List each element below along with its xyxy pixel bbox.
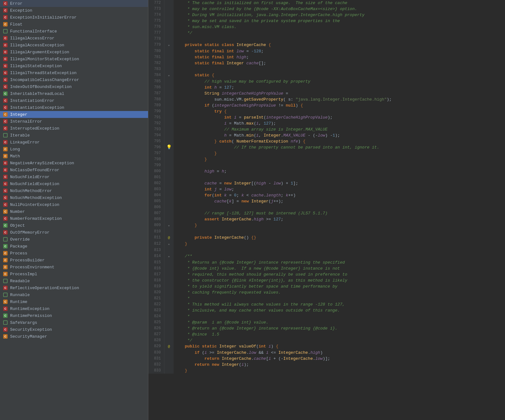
sidebar-item-nullpointerexception[interactable]: C NullPointerException	[0, 201, 148, 208]
sidebar-item-process[interactable]: C Process	[0, 250, 148, 257]
sidebar-item-runtime[interactable]: C Runtime	[0, 298, 148, 305]
code-line: 824 *	[148, 313, 505, 319]
sidebar-item-iterable[interactable]: Iterable	[0, 132, 148, 139]
sidebar-item-numberformatexception[interactable]: C NumberFormatException	[0, 215, 148, 222]
sidebar-item-outofmemoryerror[interactable]: C OutOfMemoryError	[0, 229, 148, 236]
sidebar-item-instantiationexception[interactable]: C InstantiationException	[0, 104, 148, 111]
code-line: 827 * @since 1.5	[148, 331, 505, 337]
line-number: 827	[148, 331, 164, 337]
code-content	[174, 36, 505, 42]
class-icon: C	[3, 105, 8, 110]
sidebar-item-nosuchmethoderror[interactable]: C NoSuchMethodError	[0, 187, 148, 194]
sidebar-item-long[interactable]: C Long	[0, 146, 148, 153]
item-icon: C	[3, 202, 8, 207]
gutter	[164, 210, 174, 216]
gutter	[164, 90, 174, 96]
sidebar-item-indexoutofboundsexception[interactable]: C IndexOutOfBoundsException	[0, 83, 148, 90]
item-icon: C	[3, 327, 8, 332]
sidebar-item-runtimepermission[interactable]: C RuntimePermission	[0, 312, 148, 319]
fold-marker[interactable]: ◆	[168, 44, 170, 47]
line-number: 778	[148, 36, 164, 42]
sidebar-item-safevarargs[interactable]: SafeVarargs	[0, 319, 148, 326]
sidebar-item-number[interactable]: C Number	[0, 208, 148, 215]
item-label: Runtime	[10, 300, 27, 304]
line-number: 812	[148, 241, 164, 247]
sidebar-item-functionalinterface[interactable]: FunctionalInterface	[0, 28, 148, 35]
item-icon: C	[3, 313, 8, 318]
sidebar-item-illegalargumentexception[interactable]: C IllegalArgumentException	[0, 49, 148, 55]
gutter	[164, 126, 174, 132]
lightbulb-icon[interactable]: 💡	[166, 145, 172, 150]
sidebar-item-inheritablethreadlocal[interactable]: C InheritableThreadLocal	[0, 90, 148, 97]
gutter	[164, 102, 174, 108]
sidebar-item-math[interactable]: C Math	[0, 153, 148, 160]
item-label: SecurityException	[10, 327, 52, 332]
sidebar-item-securityexception[interactable]: C SecurityException	[0, 326, 148, 333]
code-content: * the constructor {@link #Integer(int)},…	[174, 277, 505, 283]
sidebar-item-exception[interactable]: C Exception	[0, 7, 148, 14]
sidebar-item-illegalmonitorstateexception[interactable]: C IllegalMonitorStateException	[0, 55, 148, 62]
sidebar-item-reflectiveoperationexception[interactable]: C ReflectiveOperationException	[0, 284, 148, 291]
sidebar-item-processimpl[interactable]: C ProcessImpl	[0, 271, 148, 277]
sidebar-item-nosuchfieldexception[interactable]: C NoSuchFieldException	[0, 180, 148, 187]
code-line: 832 return new Integer(i);	[148, 362, 505, 368]
sidebar-item-exceptionininitializererror[interactable]: C ExceptionInInitializerError	[0, 14, 148, 21]
item-icon	[3, 132, 8, 138]
sidebar-item-runnable[interactable]: Runnable	[0, 291, 148, 298]
sidebar[interactable]: C Error C Exception C ExceptionInInitial…	[0, 0, 148, 420]
sidebar-item-readable[interactable]: Readable	[0, 277, 148, 284]
code-line: 823 * inclusive, and may cache other val…	[148, 307, 505, 313]
item-label: IllegalThreadStateException	[10, 71, 77, 75]
sidebar-item-illegalaccessexception[interactable]: C IllegalAccessException	[0, 42, 148, 49]
item-icon: C	[3, 139, 8, 145]
class-icon: C	[3, 71, 8, 75]
item-label: NoSuchMethodError	[10, 189, 52, 193]
fold-marker[interactable]: ◆	[168, 224, 170, 227]
gutter	[164, 30, 174, 36]
gutter	[164, 204, 174, 210]
sidebar-item-integer[interactable]: C Integer	[0, 111, 148, 118]
line-number: 831	[148, 356, 164, 362]
class-icon: C	[3, 216, 8, 221]
sidebar-item-error[interactable]: C Error	[0, 0, 148, 7]
sidebar-item-package[interactable]: C Package	[0, 243, 148, 250]
sidebar-item-instantiationerror[interactable]: C InstantiationError	[0, 97, 148, 104]
sidebar-item-noclassdeffounderror[interactable]: C NoClassDefFoundError	[0, 166, 148, 173]
line-number: 830	[148, 350, 164, 356]
sidebar-item-linkageerror[interactable]: C LinkageError	[0, 139, 148, 146]
gutter	[164, 260, 174, 265]
class-icon: C	[3, 154, 8, 158]
sidebar-item-negativearraysizeexception[interactable]: C NegativeArraySizeException	[0, 160, 148, 166]
code-content: for(int k = 0; k < cache.length; k++)	[174, 192, 505, 198]
sidebar-item-nosuchfielderror[interactable]: C NoSuchFieldError	[0, 173, 148, 180]
sidebar-item-nosuchmethodexception[interactable]: C NoSuchMethodException	[0, 194, 148, 201]
sidebar-item-runtimeexception[interactable]: C RuntimeException	[0, 305, 148, 312]
fold-marker[interactable]: ◆	[168, 243, 170, 246]
sidebar-item-illegalstateexception[interactable]: C IllegalStateException	[0, 62, 148, 69]
sidebar-item-override[interactable]: Override	[0, 236, 148, 243]
sidebar-item-illegalaccesserror[interactable]: C IllegalAccessError	[0, 35, 148, 42]
sidebar-item-interruptedexception[interactable]: C InterruptedException	[0, 125, 148, 132]
sidebar-item-incompatibleclasschangeerror[interactable]: C IncompatibleClassChangeError	[0, 76, 148, 83]
gutter	[164, 18, 174, 24]
item-label: FunctionalInterface	[10, 29, 57, 34]
sidebar-item-internalerror[interactable]: C InternalError	[0, 118, 148, 125]
sidebar-item-object[interactable]: C Object	[0, 222, 148, 229]
line-number: 814	[148, 253, 164, 260]
sidebar-item-processbuilder[interactable]: C ProcessBuilder	[0, 257, 148, 264]
sidebar-item-float[interactable]: C Float	[0, 21, 148, 28]
code-line: 828 */	[148, 337, 505, 343]
fold-marker[interactable]: ◆	[168, 74, 170, 77]
class-icon: C	[3, 258, 8, 262]
fold-marker[interactable]: ◆	[168, 255, 170, 258]
sidebar-item-securitymanager[interactable]: C SecurityManager	[0, 333, 148, 340]
gutter	[164, 319, 174, 325]
line-number: 791	[148, 114, 164, 120]
line-number: 823	[148, 307, 164, 313]
gutter	[164, 79, 174, 85]
item-label: Process	[10, 251, 27, 256]
sidebar-item-processenvironment[interactable]: C ProcessEnvironment	[0, 264, 148, 271]
item-label: Override	[10, 237, 30, 242]
sidebar-item-illegalthreadstateexception[interactable]: C IllegalThreadStateException	[0, 69, 148, 76]
code-area[interactable]: 772 * The cache is initialized on first …	[148, 0, 505, 420]
